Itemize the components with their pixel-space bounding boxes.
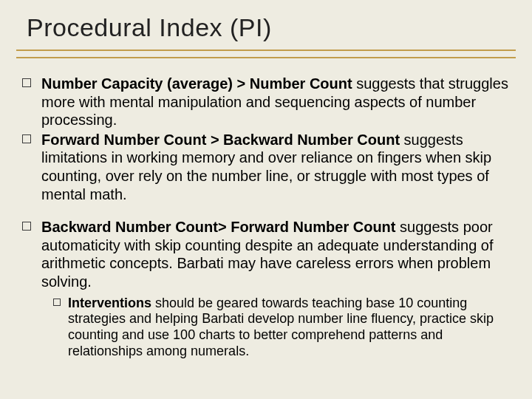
sub-bullet-item: Interventions should be geared towards t…	[22, 296, 510, 361]
square-bullet-icon	[22, 222, 31, 231]
bullet-text: Number Capacity (average) > Number Count…	[41, 75, 510, 129]
bullet-text: Forward Number Count > Backward Number C…	[41, 131, 510, 203]
bullet-item: Forward Number Count > Backward Number C…	[22, 131, 510, 203]
square-bullet-icon	[22, 134, 31, 143]
bullet-item: Number Capacity (average) > Number Count…	[22, 75, 510, 129]
bullet-bold: Backward Number Count> Forward Number Co…	[41, 219, 400, 235]
bullet-text: Backward Number Count> Forward Number Co…	[41, 218, 510, 290]
square-bullet-icon	[22, 78, 31, 87]
bullet-item: Backward Number Count> Forward Number Co…	[22, 218, 510, 290]
slide-body: Number Capacity (average) > Number Count…	[0, 58, 532, 360]
slide-title: Procedural Index (PI)	[0, 0, 532, 47]
sub-bullet-bold: Interventions	[68, 296, 155, 310]
sub-bullet-text: Interventions should be geared towards t…	[68, 296, 510, 361]
bullet-bold: Number Capacity (average) > Number Count	[41, 75, 356, 92]
square-bullet-icon	[53, 299, 61, 306]
title-divider	[16, 50, 516, 58]
bullet-bold: Forward Number Count > Backward Number C…	[41, 132, 404, 148]
